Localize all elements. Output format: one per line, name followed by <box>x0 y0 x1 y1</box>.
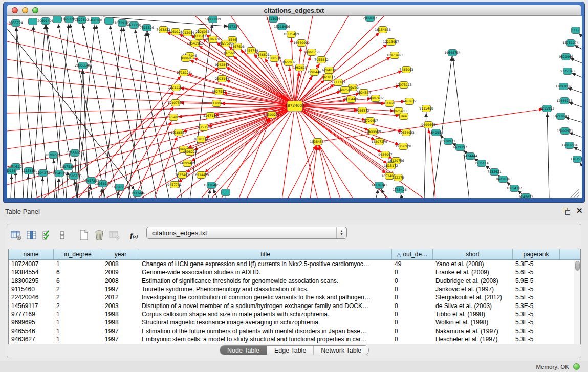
table-cell[interactable]: 1997 <box>102 286 139 293</box>
table-cell[interactable]: 0 <box>392 327 433 335</box>
network-canvas[interactable]: 1872400718300295193845549355724206914061… <box>7 16 582 198</box>
table-cell[interactable]: Disruption of a novel member of a sodium… <box>139 302 392 310</box>
table-cell[interactable]: Jankovic et al. (1997) <box>433 286 513 293</box>
table-cell[interactable]: 1 <box>54 327 102 335</box>
tab-network-table[interactable]: Network Table <box>314 346 368 355</box>
table-cell[interactable]: 22420046 <box>9 294 54 301</box>
tab-edge-table[interactable]: Edge Table <box>267 346 314 355</box>
table-cell[interactable]: 5.3E-5 <box>513 286 560 293</box>
table-cell[interactable]: 0 <box>392 311 433 318</box>
table-cell[interactable]: Wolkin et al. (1998) <box>433 319 513 326</box>
table-row[interactable]: 946362711997Embryonic stem cells: a mode… <box>9 335 580 343</box>
table-cell[interactable]: 5.3E-5 <box>513 302 560 310</box>
table-cell[interactable]: 5.5E-5 <box>513 294 560 301</box>
table-cell[interactable]: Franke et al. (2009) <box>433 269 513 276</box>
graph-node[interactable] <box>105 18 114 25</box>
table-cell[interactable]: 0 <box>392 294 433 301</box>
table-cell[interactable]: 18724007 <box>9 260 54 268</box>
table-cell[interactable]: 5.3E-5 <box>513 311 560 318</box>
table-cell[interactable]: Corpus callosum shape and size in male p… <box>139 311 392 318</box>
close-icon[interactable]: ✕ <box>576 206 583 215</box>
table-cell[interactable]: Dudbridge et al. (2008) <box>433 277 513 285</box>
table-row[interactable]: 977716911998Corpus callosum shape and si… <box>9 310 580 318</box>
table-cell[interactable]: 2 <box>54 302 102 310</box>
table-cell[interactable]: 49 <box>392 260 433 268</box>
table-cell[interactable]: 19384554 <box>9 269 54 276</box>
table-cell[interactable]: 9115460 <box>9 286 54 293</box>
table-cell[interactable]: 5.3E-5 <box>513 336 560 343</box>
table-cell[interactable]: Estimation of the future numbers of pati… <box>139 327 392 335</box>
tab-node-table[interactable]: Node Table <box>220 346 267 355</box>
table-row[interactable]: 969969511998Structural magnetic resonanc… <box>9 318 580 326</box>
table-cell[interactable]: 1 <box>54 260 102 268</box>
delete-icon[interactable] <box>93 229 106 242</box>
table-cell[interactable]: 2008 <box>102 277 139 285</box>
table-cell[interactable]: 2 <box>54 294 102 301</box>
table-cell[interactable]: 2008 <box>102 260 139 268</box>
table-cell[interactable]: 2012 <box>102 294 139 301</box>
table-cell[interactable]: 1998 <box>102 319 139 326</box>
column-header-in_degree[interactable]: in_degree <box>54 249 102 259</box>
table-cell[interactable]: 5.3E-5 <box>513 319 560 326</box>
table-cell[interactable]: 9465546 <box>9 327 54 335</box>
table-cell[interactable]: 1997 <box>102 327 139 335</box>
vertical-scrollbar[interactable] <box>574 260 580 344</box>
table-row[interactable]: 1456911722003Disruption of a novel membe… <box>9 301 580 310</box>
table-cell[interactable]: 0 <box>392 336 433 343</box>
table-row[interactable]: 1938455462009Genome-wide association stu… <box>9 268 580 276</box>
table-cell[interactable]: Tibbo et al. (1998) <box>433 311 513 318</box>
table-row[interactable]: 911546021997Tourette syndrome. Phenomeno… <box>9 285 580 293</box>
column-header-pagerank[interactable]: pagerank <box>513 249 560 259</box>
table-cell[interactable]: 6 <box>54 269 102 276</box>
table-cell[interactable]: Tourette syndrome. Phenomenology and cla… <box>139 286 392 293</box>
scrollbar-thumb[interactable] <box>575 261 580 271</box>
resize-grip[interactable] <box>571 189 579 198</box>
table-cell[interactable]: 1997 <box>102 336 139 343</box>
table-settings-icon[interactable] <box>10 229 23 242</box>
table-cell[interactable]: 0 <box>392 286 433 293</box>
table-cell[interactable]: Structural magnetic resonance image aver… <box>139 319 392 326</box>
table-cell[interactable]: 9699695 <box>9 319 54 326</box>
table-cell[interactable]: 0 <box>392 277 433 285</box>
select-rows-icon[interactable] <box>40 229 54 242</box>
table-cell[interactable]: 1 <box>54 319 102 326</box>
table-cell[interactable]: 5.3E-5 <box>513 327 560 335</box>
network-graph[interactable]: 1872400718300295193845549355724206914061… <box>7 16 582 198</box>
window-titlebar[interactable]: citations_edges.txt <box>7 5 581 16</box>
table-cell[interactable]: 6 <box>54 277 102 285</box>
table-cell[interactable]: 0 <box>392 302 433 310</box>
table-cell[interactable]: 9777169 <box>9 311 54 318</box>
table-row[interactable]: 2242004622012Investigating the contribut… <box>9 293 580 301</box>
column-header-short[interactable]: short <box>433 249 513 259</box>
table-cell[interactable]: Yano et al. (2008) <box>433 260 513 268</box>
table-cell[interactable]: 5.6E-5 <box>513 269 560 276</box>
table-cell[interactable]: 5.9E-5 <box>513 277 560 285</box>
table-cell[interactable]: 9463627 <box>9 336 54 343</box>
table-cell[interactable]: Genome-wide association studies in ADHD. <box>139 269 392 276</box>
table-source-select[interactable]: citations_edges.txt ▲▼ <box>146 227 347 239</box>
table-row[interactable]: 1872400712008Changes of HCN gene express… <box>9 260 580 268</box>
column-header-out_de[interactable]: △out_de… <box>392 249 433 259</box>
table-row[interactable]: 946554611997Estimation of the future num… <box>9 326 580 335</box>
new-file-icon[interactable] <box>77 229 91 242</box>
table-cell[interactable]: Hescheler et al. (1997) <box>433 336 513 343</box>
graph-node[interactable] <box>29 18 37 25</box>
table-cell[interactable]: Embryonic stem cells: a model to study s… <box>139 336 392 343</box>
rows-icon[interactable] <box>56 229 69 242</box>
graph-node[interactable] <box>222 189 230 196</box>
table-cell[interactable]: 5.3E-5 <box>513 260 560 268</box>
table-cell[interactable]: 0 <box>392 269 433 276</box>
function-builder-icon[interactable]: f(x) <box>127 229 141 242</box>
float-window-icon[interactable] <box>563 208 571 215</box>
table-cell[interactable]: 14569117 <box>9 302 54 310</box>
table-cell[interactable]: Estimation of significance thresholds fo… <box>139 277 392 285</box>
column-header-year[interactable]: year <box>102 249 139 259</box>
table-cell[interactable]: Investigating the contribution of common… <box>139 294 392 301</box>
column-select-icon[interactable] <box>25 229 38 242</box>
table-cell[interactable]: 0 <box>392 319 433 326</box>
table-cell[interactable]: 2003 <box>102 302 139 310</box>
table-cell[interactable]: de Silva et al. (2003) <box>433 302 513 310</box>
table-cell[interactable]: 1 <box>54 336 102 343</box>
table-cell[interactable]: 18300295 <box>9 277 54 285</box>
table-cell[interactable]: Nakamura et al. (1997) <box>433 327 513 335</box>
